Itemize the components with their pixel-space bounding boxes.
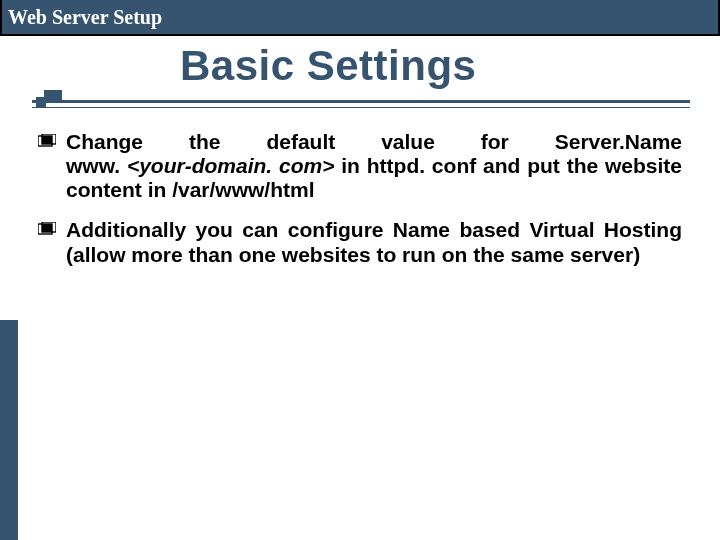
bullet-item: Additionally you can configure Name base… xyxy=(38,218,682,266)
title-underline xyxy=(32,94,690,112)
bullet-text: Change the default value for Server.Name… xyxy=(66,130,682,202)
svg-rect-5 xyxy=(42,224,52,232)
text-fragment: Name xyxy=(625,130,682,153)
bullet-item: Change the default value for Server.Name… xyxy=(38,130,682,202)
svg-rect-2 xyxy=(42,136,52,144)
side-strip xyxy=(0,320,18,540)
header-title: Web Server Setup xyxy=(8,6,162,29)
bullet-icon xyxy=(38,134,56,152)
text-fragment: Change the default value for Server. xyxy=(66,130,625,153)
content-area: Change the default value for Server.Name… xyxy=(38,130,682,267)
slide-title-wrap: Basic Settings xyxy=(180,42,720,90)
slide-title: Basic Settings xyxy=(180,42,720,90)
bullet-icon xyxy=(38,222,56,240)
bullet-text: Additionally you can configure Name base… xyxy=(66,218,682,266)
text-fragment-italic: <your-domain. com> xyxy=(127,154,335,177)
text-fragment: www. xyxy=(66,154,127,177)
header-bar: Web Server Setup xyxy=(0,0,720,36)
